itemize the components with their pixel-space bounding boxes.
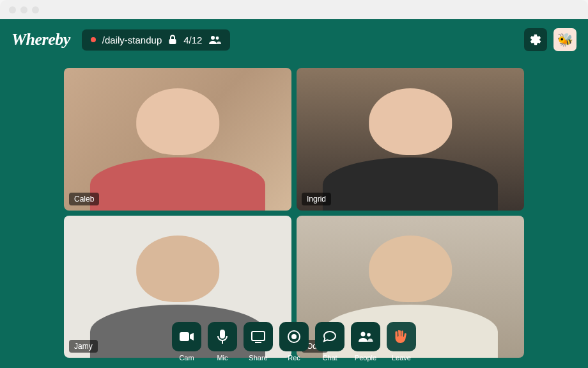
rec-label: Rec bbox=[288, 354, 300, 362]
share-button[interactable]: Share bbox=[244, 322, 273, 362]
svg-point-1 bbox=[211, 36, 215, 40]
chat-label: Chat bbox=[322, 354, 337, 362]
traffic-light-maximize[interactable] bbox=[32, 6, 39, 13]
svg-rect-3 bbox=[180, 332, 189, 341]
topbar-right: 🐝 bbox=[524, 28, 576, 51]
chat-icon bbox=[323, 330, 337, 343]
svg-rect-6 bbox=[252, 332, 265, 340]
participant-name-tag: Caleb bbox=[69, 193, 99, 205]
svg-point-11 bbox=[367, 333, 371, 337]
people-icon bbox=[208, 35, 221, 45]
mic-label: Mic bbox=[217, 354, 228, 362]
svg-point-9 bbox=[291, 334, 297, 339]
mic-icon bbox=[217, 329, 228, 344]
svg-rect-0 bbox=[169, 39, 176, 44]
svg-point-10 bbox=[361, 332, 366, 337]
rec-button[interactable]: Rec bbox=[279, 322, 309, 362]
participant-video-placeholder bbox=[98, 79, 257, 200]
traffic-light-close[interactable] bbox=[9, 6, 16, 13]
cam-button[interactable]: Cam bbox=[172, 322, 201, 362]
screen-share-icon bbox=[251, 330, 266, 343]
participant-count: 4/12 bbox=[183, 35, 202, 45]
video-tile[interactable]: Caleb bbox=[64, 68, 291, 211]
participant-video-placeholder bbox=[330, 79, 490, 200]
browser-chrome bbox=[0, 0, 588, 19]
cam-label: Cam bbox=[179, 354, 194, 362]
gear-icon bbox=[529, 33, 542, 46]
leave-label: Leave bbox=[392, 354, 411, 362]
mic-button[interactable]: Mic bbox=[208, 322, 237, 362]
share-label: Share bbox=[249, 354, 267, 362]
svg-rect-4 bbox=[220, 330, 225, 339]
wave-icon bbox=[394, 329, 409, 344]
participant-name-tag: Ingrid bbox=[302, 193, 331, 205]
participant-name-tag: Jamy bbox=[69, 340, 98, 353]
people-icon bbox=[358, 331, 373, 342]
settings-button[interactable] bbox=[524, 28, 547, 51]
toolbar: Cam Mic bbox=[172, 322, 416, 362]
video-grid: Caleb Ingrid Jamy Odin bbox=[0, 68, 588, 358]
brand-logo: Whereby bbox=[12, 30, 70, 49]
chat-button[interactable]: Chat bbox=[315, 322, 344, 362]
traffic-light-minimize[interactable] bbox=[20, 6, 27, 13]
people-button[interactable]: People bbox=[351, 322, 380, 362]
avatar-icon: 🐝 bbox=[557, 32, 573, 47]
people-label: People bbox=[355, 354, 376, 362]
camera-icon bbox=[179, 331, 194, 342]
video-tile[interactable]: Ingrid bbox=[297, 68, 524, 211]
record-icon bbox=[287, 330, 301, 344]
recording-dot-icon bbox=[91, 37, 96, 42]
lock-icon bbox=[168, 35, 177, 45]
leave-button[interactable]: Leave bbox=[387, 322, 416, 362]
user-avatar[interactable]: 🐝 bbox=[553, 28, 576, 51]
room-name: /daily-standup bbox=[102, 35, 162, 45]
room-info-pill[interactable]: /daily-standup 4/12 bbox=[82, 29, 231, 51]
topbar: Whereby /daily-standup 4/12 bbox=[0, 19, 588, 60]
app-container: Whereby /daily-standup 4/12 bbox=[0, 19, 588, 368]
svg-point-2 bbox=[216, 36, 219, 40]
